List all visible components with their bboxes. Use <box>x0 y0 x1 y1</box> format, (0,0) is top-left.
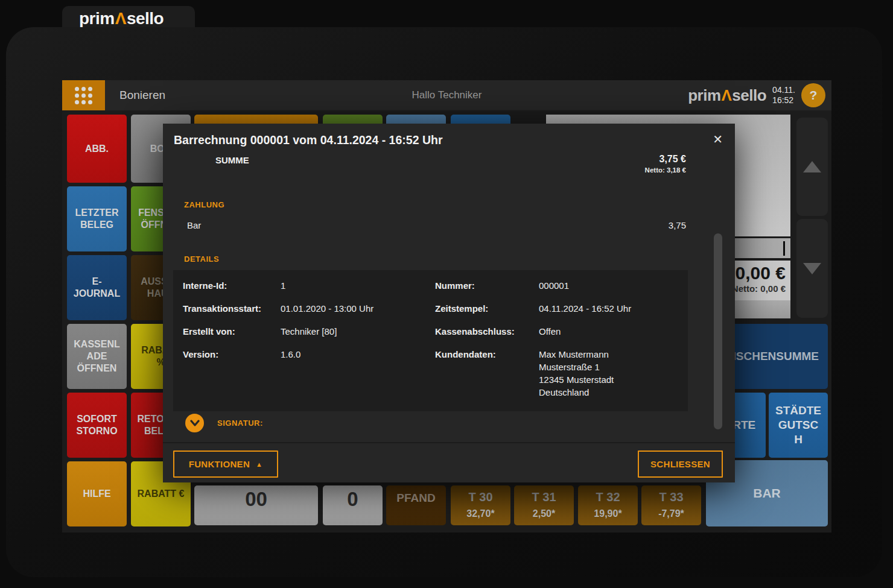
logo-caret-icon: Λ <box>721 86 733 104</box>
app-header: Bonieren Hallo Techniker primΛsello 04.1… <box>62 80 831 110</box>
modal-footer-divider <box>163 442 735 443</box>
keypad-double-zero-button[interactable]: 00 <box>194 485 318 525</box>
table-open-amount: -7,79* <box>658 508 684 520</box>
arrow-down-icon <box>803 263 821 274</box>
signature-expander[interactable]: SIGNATUR: <box>185 414 263 432</box>
triangle-up-icon: ▲ <box>256 461 262 468</box>
schliessen-button[interactable]: SCHLIESSEN <box>638 450 723 478</box>
table-button-t31[interactable]: T 31 2,50* <box>514 485 574 525</box>
detail-label: Interne-Id: <box>183 279 281 292</box>
payment-method: Bar <box>187 220 201 230</box>
keypad-zero-button[interactable]: 0 <box>323 485 383 525</box>
primasello-logo-header: primΛsello <box>688 86 766 105</box>
scroll-up-button[interactable] <box>796 118 828 216</box>
app-screen: Bonieren Hallo Techniker primΛsello 04.1… <box>62 80 831 533</box>
menu-button[interactable] <box>62 80 105 110</box>
table-label: T 30 <box>468 490 492 505</box>
header-right: primΛsello 04.11.16:52 ? <box>688 80 825 110</box>
close-icon[interactable]: ✕ <box>710 131 725 148</box>
detail-value: 04.11.2024 - 16:52 Uhr <box>539 302 678 315</box>
sidebar-button-e-journal[interactable]: E-JOURNAL <box>67 255 127 320</box>
details-heading: DETAILS <box>184 254 219 264</box>
table-open-amount: 32,70* <box>466 508 494 520</box>
summary-amounts: 3,75 € Netto: 3,18 € <box>645 154 686 174</box>
logo-caret-icon: Λ <box>115 9 127 28</box>
detail-label: Kassenabschluss: <box>435 325 539 338</box>
datetime: 04.11.16:52 <box>772 85 795 106</box>
table-open-amount: 19,90* <box>594 508 621 520</box>
sidebar-button-kassenlade-oeffnen[interactable]: KASSENLADE ÖFFNEN <box>67 324 127 389</box>
sidebar-button-letzter-beleg[interactable]: LETZTER BELEG <box>67 186 127 251</box>
payment-row: Bar 3,75 <box>187 220 686 230</box>
modal-title: Barrechnung 000001 vom 04.11.2024 - 16:5… <box>174 133 443 147</box>
chevron-toggle-button[interactable] <box>185 414 204 432</box>
payment-amount: 3,75 <box>669 220 686 230</box>
table-button-t33[interactable]: T 33 -7,79* <box>641 485 701 525</box>
detail-label: Nummer: <box>435 279 539 292</box>
pfand-button[interactable]: PFAND <box>386 485 446 525</box>
table-button-t30[interactable]: T 30 32,70* <box>451 485 510 525</box>
sidebar-button-abbruch[interactable]: ABB. <box>67 115 127 183</box>
detail-label: Erstellt von: <box>183 325 281 338</box>
detail-value: 1 <box>281 279 435 292</box>
details-panel: Interne-Id: 1 Nummer: 000001 Transaktion… <box>173 270 688 411</box>
table-label: T 31 <box>532 490 556 505</box>
detail-value: Techniker [80] <box>281 325 435 338</box>
detail-label: Version: <box>183 348 281 399</box>
gross-amount: 3,75 € <box>645 154 686 165</box>
barrechnung-modal: Barrechnung 000001 vom 04.11.2024 - 16:5… <box>163 124 735 482</box>
grid-menu-icon <box>75 87 92 104</box>
net-amount: Netto: 3,18 € <box>645 166 686 174</box>
detail-label: Transaktionsstart: <box>183 302 281 315</box>
signature-label: SIGNATUR: <box>217 419 263 428</box>
text-cursor <box>783 241 785 256</box>
staedte-gutschein-button[interactable]: STÄDTE GUTSCH <box>769 393 828 458</box>
funktionen-button[interactable]: FUNKTIONEN ▲ <box>173 450 278 478</box>
date-label: 04.11. <box>772 85 795 95</box>
arrow-up-icon <box>803 161 821 172</box>
detail-value: Offen <box>539 325 678 338</box>
modal-scrollbar[interactable] <box>714 233 722 429</box>
question-icon: ? <box>810 88 818 103</box>
detail-value: 1.6.0 <box>281 348 435 399</box>
funktionen-label: FUNKTIONEN <box>189 459 250 469</box>
detail-value: 000001 <box>539 279 678 292</box>
table-label: T 32 <box>596 490 620 505</box>
table-label: T 33 <box>659 490 683 505</box>
primasello-logo: primΛsello <box>79 9 164 28</box>
chevron-down-icon <box>190 420 200 427</box>
sidebar-button-sofort-storno[interactable]: SOFORT STORNO <box>67 393 127 458</box>
sidebar-button-hilfe[interactable]: HILFE <box>67 461 127 526</box>
summe-label: SUMME <box>215 155 249 165</box>
zahlung-heading: ZAHLUNG <box>184 200 224 209</box>
detail-value-kundendaten: Max Mustermann Musterstraße 1 12345 Must… <box>539 348 678 399</box>
detail-value: 01.01.2020 - 13:00 Uhr <box>281 302 435 315</box>
detail-label: Kundendaten: <box>435 348 539 399</box>
help-button[interactable]: ? <box>801 83 825 107</box>
scroll-down-button[interactable] <box>796 219 828 318</box>
detail-label: Zeitstempel: <box>435 302 539 315</box>
page-title: Bonieren <box>119 80 165 110</box>
table-button-t32[interactable]: T 32 19,90* <box>578 485 638 525</box>
time-label: 16:52 <box>772 95 793 105</box>
table-open-amount: 2,50* <box>533 508 555 520</box>
